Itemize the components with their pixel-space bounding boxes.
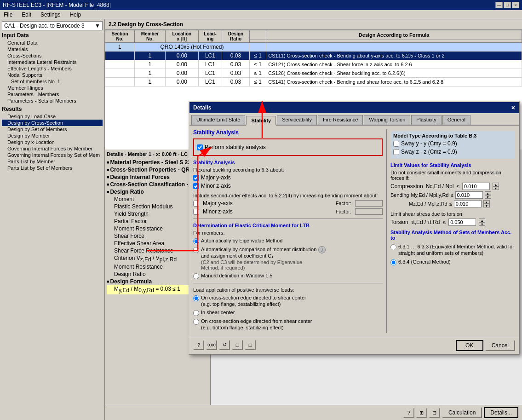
bending-value2[interactable] — [454, 200, 482, 207]
dialog-right-panel: Model Type According to Table B.3 Sway y… — [386, 129, 515, 333]
manual-radio[interactable] — [193, 273, 199, 279]
sway-zz-checkbox[interactable] — [393, 149, 399, 155]
limit-desc: Do not consider small moments and compre… — [390, 170, 515, 181]
minor-z2-factor-input[interactable] — [355, 208, 383, 215]
info-icon[interactable]: i — [318, 246, 326, 253]
minor-z-checkbox[interactable] — [193, 183, 199, 189]
perform-stability-label[interactable]: Perform stability analysis — [205, 144, 266, 150]
method-title: Stability Analysis Method of Sets of Mem… — [390, 230, 515, 241]
stability-method-section: Stability Analysis Method of Sets of Mem… — [390, 230, 515, 265]
dialog-title-text: Details — [193, 104, 211, 111]
torsion-down[interactable]: ▼ — [479, 222, 485, 226]
load-center-row: In shear center — [193, 309, 383, 316]
dialog-icon-help[interactable]: ? — [193, 340, 204, 350]
major-y2-factor-input[interactable] — [355, 200, 383, 207]
load-center-radio[interactable] — [193, 310, 199, 316]
dialog-bottom: ? 0.00 ↺ □ □ OK Cancel — [189, 337, 519, 354]
bending-formula1-le: ≤ — [450, 192, 453, 198]
method2-radio[interactable] — [390, 259, 396, 265]
limit-values-title: Limit Values for Stability Analysis — [390, 162, 515, 168]
perform-stability-checkbox[interactable] — [197, 144, 203, 150]
elastic-critical-title: Determination of Elastic Critical Moment… — [193, 223, 383, 228]
bending-spinner1[interactable]: ▲ ▼ — [485, 191, 491, 199]
major-y-row: Major y-axis — [193, 174, 383, 181]
manual-row: Manual definition in Window 1.5 — [193, 272, 383, 279]
stability-analysis-title: Stability Analysis — [193, 129, 383, 136]
auto-eigenvalue-radio[interactable] — [193, 238, 199, 244]
major-y2-checkbox[interactable] — [193, 201, 199, 207]
dialog-ok-button[interactable]: OK — [456, 340, 483, 351]
auto-eigenvalue-row: Automatically by Eigenvalue Method — [193, 237, 383, 244]
load-app-title: Load application of positive transverse … — [193, 287, 383, 293]
compression-value[interactable] — [462, 183, 490, 190]
compression-down[interactable]: ▼ — [493, 186, 499, 190]
compression-formula: Nc,Ed / Npl — [426, 183, 454, 190]
stability-analysis2-title: Stability Analysis — [193, 160, 383, 165]
dialog-icon-value[interactable]: 0.00 — [206, 340, 217, 350]
major-y-checkbox[interactable] — [193, 175, 199, 181]
tab-plasticity[interactable]: Plasticity — [411, 115, 441, 125]
dialog: Details × Ultimate Limit State Stability… — [189, 101, 520, 355]
dialog-left-panel: Stability Analysis Perform stability ana… — [193, 129, 386, 333]
manual-label: Manual definition in Window 1.5 — [201, 272, 272, 279]
tab-fire[interactable]: Fire Resistance — [318, 115, 363, 125]
load-top-row: On cross-section edge directed to shear … — [193, 294, 383, 308]
load-bottom-radio[interactable] — [193, 319, 199, 325]
dialog-icon-copy1[interactable]: □ — [232, 340, 243, 350]
dialog-icon-undo[interactable]: ↺ — [219, 340, 230, 350]
major-y-label: Major y-axis — [201, 174, 231, 181]
bending-value1[interactable] — [455, 191, 483, 199]
torsion-up[interactable]: ▲ — [479, 219, 485, 222]
for-members-label: For members: — [193, 230, 383, 236]
tab-warping[interactable]: Warping Torsion — [364, 115, 410, 125]
flexural-title: Flexural buckling according to 6.3 about… — [193, 167, 383, 173]
bending-row1: Bending My,Ed / Mpl,y,Rd ≤ ▲ ▼ — [390, 191, 515, 199]
load-top-label: On cross-section edge directed to shear … — [201, 294, 306, 308]
torsion-formula: τt,Ed / τt,Rd — [411, 219, 440, 225]
tab-serviceability[interactable]: Serviceability — [277, 115, 317, 125]
load-top-radio[interactable] — [193, 295, 199, 301]
minor-z-label: Minor z-axis — [201, 183, 231, 189]
torsion-value[interactable] — [448, 219, 476, 226]
bending-formula1: My,Ed / Mpl,y,Rd — [411, 192, 448, 198]
dialog-body: Stability Analysis Perform stability ana… — [189, 126, 519, 337]
sway-yy-row: Sway y - y (Cmy = 0.9) — [393, 140, 512, 147]
torsion-row: Torsion τt,Ed / τt,Rd ≤ ▲ ▼ — [390, 219, 515, 226]
method1-label: 6.3.1 … 6.3.3 (Equivalent Member Method,… — [398, 243, 515, 257]
dialog-icon-copy2[interactable]: □ — [245, 340, 256, 350]
method1-radio[interactable] — [390, 244, 396, 250]
torsion-label: Torsion — [390, 219, 408, 225]
model-type-title: Model Type According to Table B.3 — [393, 133, 512, 138]
bending-formula2: Mz,Ed / Mpl,z,Rd — [409, 201, 447, 207]
compression-row: Compression Nc,Ed / Npl ≤ ▲ ▼ — [390, 183, 515, 190]
compression-up[interactable]: ▲ — [493, 183, 499, 186]
limit-values-section: Limit Values for Stability Analysis Do n… — [390, 162, 515, 207]
major-y2-factor-label: Factor: — [336, 201, 351, 206]
bending-up2[interactable]: ▲ — [483, 200, 490, 204]
bending-down1[interactable]: ▼ — [485, 195, 491, 199]
dialog-close-btn[interactable]: × — [511, 104, 515, 111]
bending-up1[interactable]: ▲ — [485, 191, 491, 195]
bending-label: Bending — [390, 192, 409, 198]
load-bottom-label: On cross-section edge directed from shea… — [201, 318, 312, 331]
minor-z2-factor-label: Factor: — [336, 209, 351, 214]
dialog-cancel-button[interactable]: Cancel — [485, 340, 515, 351]
tab-stability[interactable]: Stability — [246, 116, 276, 126]
bending-spinner2[interactable]: ▲ ▼ — [483, 200, 490, 207]
torsion-title: Limit shear stress due to torsion: — [390, 211, 515, 217]
tab-ultimate[interactable]: Ultimate Limit State — [191, 115, 245, 125]
torsion-spinner[interactable]: ▲ ▼ — [479, 219, 485, 226]
sway-yy-checkbox[interactable] — [393, 141, 399, 147]
minor-z2-label: Minor z-axis — [203, 208, 233, 215]
load-bottom-row: On cross-section edge directed from shea… — [193, 318, 383, 331]
major-y2-row: Major y-axis Factor: — [193, 200, 383, 207]
second-order-title: Include second-order effects acc. to 5.2… — [193, 193, 383, 198]
minor-z2-checkbox[interactable] — [193, 209, 199, 215]
bending-down2[interactable]: ▼ — [483, 204, 490, 207]
compression-spinner[interactable]: ▲ ▼ — [493, 183, 499, 190]
sway-yy-label: Sway y - y (Cmy = 0.9) — [401, 140, 457, 147]
tab-general[interactable]: General — [442, 115, 470, 125]
auto-comparison-radio[interactable] — [193, 247, 199, 253]
auto-eigenvalue-label: Automatically by Eigenvalue Method — [201, 237, 282, 244]
dialog-bottom-icons: ? 0.00 ↺ □ □ — [193, 340, 454, 351]
